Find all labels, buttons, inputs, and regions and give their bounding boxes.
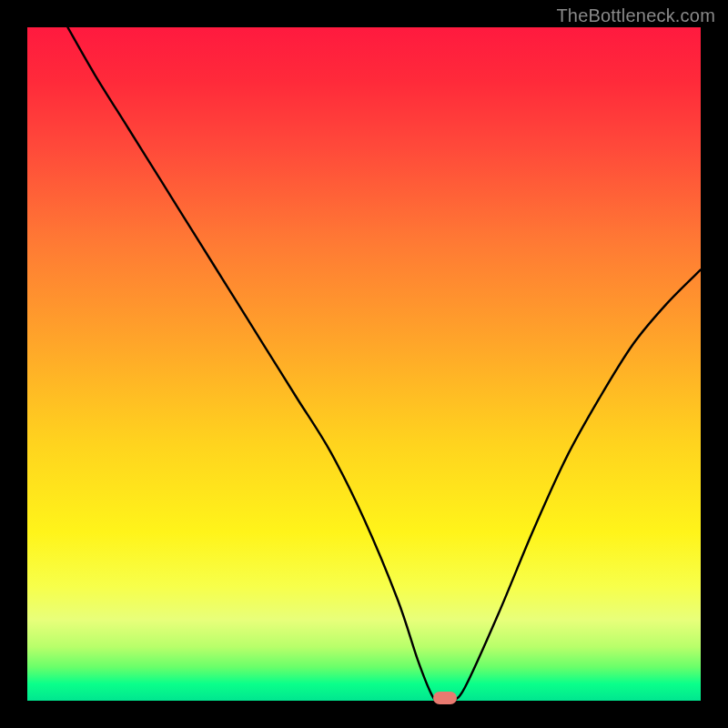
attribution-label: TheBottleneck.com [556,5,715,26]
chart-frame: TheBottleneck.com [0,0,728,728]
bottleneck-curve [27,27,701,701]
optimum-marker [433,692,457,704]
plot-area [27,27,701,701]
